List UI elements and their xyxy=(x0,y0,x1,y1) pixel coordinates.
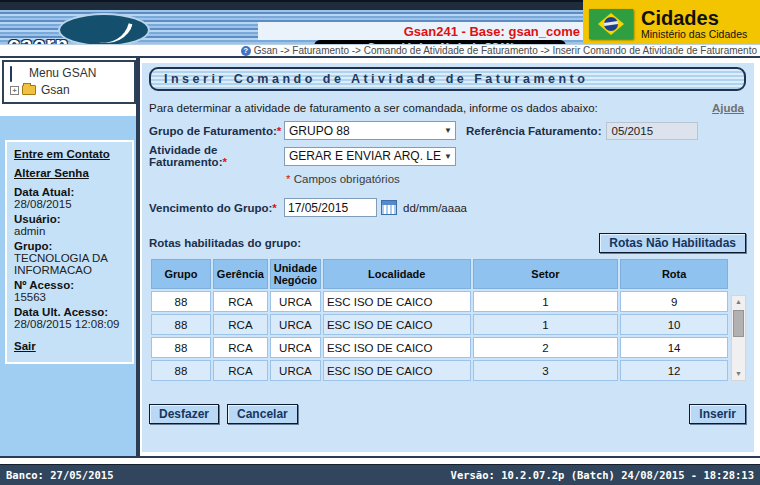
sidebar: Menu GSAN + Gsan Entre em Contato Altera… xyxy=(0,58,138,456)
atividade-faturamento-select[interactable]: GERAR E ENVIAR ARQ. LE ▼ xyxy=(284,147,456,166)
status-banco: Banco: 27/05/2015 xyxy=(6,469,113,481)
table-cell: 88 xyxy=(151,360,211,381)
status-bar: Banco: 27/05/2015 Versão: 10.2.07.2p (Ba… xyxy=(0,464,760,485)
table-cell: 1 xyxy=(473,314,619,335)
column-header: Localidade xyxy=(323,259,471,289)
scrollbar-thumb[interactable] xyxy=(733,310,744,337)
vencimento-grupo-label: Vencimento do Grupo:* xyxy=(149,202,284,214)
menu-gsan-header[interactable]: Menu GSAN xyxy=(10,66,130,80)
help-icon[interactable]: ? xyxy=(241,46,251,56)
grupo-faturamento-label: Grupo de Faturamento:* xyxy=(149,125,284,137)
info-value: 28/08/2015 xyxy=(14,198,132,210)
table-cell: URCA xyxy=(270,291,321,312)
info-value: 15563 xyxy=(14,291,132,303)
column-header: Unidade Negócio xyxy=(270,259,321,289)
status-versao: Versão: 10.2.07.2p (Batch) 24/08/2015 - … xyxy=(451,469,754,481)
table-cell: URCA xyxy=(270,360,321,381)
cidades-subtitle: Ministério das Cidades xyxy=(641,28,747,40)
scroll-up-icon[interactable]: ▲ xyxy=(735,296,742,308)
main-content: Inserir Comando de Atividade de Faturame… xyxy=(138,58,760,456)
table-cell: 10 xyxy=(620,314,728,335)
folder-icon xyxy=(22,85,36,95)
session-info-box: Entre em Contato Alterar Senha Data Atua… xyxy=(5,140,134,364)
calendar-icon[interactable] xyxy=(381,200,397,215)
table-cell: 88 xyxy=(151,337,211,358)
table-cell: RCA xyxy=(213,314,268,335)
inserir-button[interactable]: Inserir xyxy=(689,404,746,424)
column-header: Gerência xyxy=(213,259,268,289)
referencia-faturamento-label: Referência Faturamento: xyxy=(466,125,601,137)
cidades-logo: Cidades Ministério das Cidades xyxy=(583,0,760,48)
rotas-table-body: 88RCAURCAESC ISO DE CAICO1988RCAURCAESC … xyxy=(151,291,728,381)
computer-icon xyxy=(10,67,23,79)
table-cell: RCA xyxy=(213,291,268,312)
info-label: Grupo: xyxy=(14,240,132,252)
cidades-title: Cidades xyxy=(641,8,747,28)
desfazer-button[interactable]: Desfazer xyxy=(149,404,219,424)
vencimento-grupo-input[interactable] xyxy=(284,198,377,217)
table-row: 88RCAURCAESC ISO DE CAICO312 xyxy=(151,360,728,381)
table-cell: 88 xyxy=(151,291,211,312)
table-row: 88RCAURCAESC ISO DE CAICO19 xyxy=(151,291,728,312)
table-cell: 2 xyxy=(473,337,619,358)
brazil-flag-icon xyxy=(589,9,633,39)
info-label: Nº Acesso: xyxy=(14,279,132,291)
atividade-faturamento-label: Atividade de Faturamento:* xyxy=(149,144,284,168)
required-asterisk: * xyxy=(272,202,276,214)
table-cell: ESC ISO DE CAICO xyxy=(323,337,471,358)
table-cell: 88 xyxy=(151,314,211,335)
info-value: 28/08/2015 12:08:09 xyxy=(14,318,132,330)
logout-link[interactable]: Sair xyxy=(14,340,132,352)
table-header-row: GrupoGerênciaUnidade NegócioLocalidadeSe… xyxy=(151,259,728,289)
tree-expander-icon[interactable]: + xyxy=(10,86,19,95)
table-cell: 3 xyxy=(473,360,619,381)
required-asterisk: * xyxy=(286,173,290,185)
gsan-window: caern Gsan241 - Base: gsan_come Comunida… xyxy=(0,0,760,485)
cancelar-button[interactable]: Cancelar xyxy=(227,404,298,424)
table-cell: RCA xyxy=(213,337,268,358)
base-info-strip: Gsan241 - Base: gsan_come xyxy=(258,22,584,40)
info-value: TECNOLOGIA DA INFORMACAO xyxy=(14,252,132,276)
scroll-down-icon[interactable]: ▼ xyxy=(735,368,742,380)
page-title: Inserir Comando de Atividade de Faturame… xyxy=(149,67,746,91)
breadcrumb: ? Gsan -> Faturamento -> Comando de Ativ… xyxy=(0,44,760,58)
column-header: Rota xyxy=(620,259,728,289)
table-cell: ESC ISO DE CAICO xyxy=(323,314,471,335)
info-value: admin xyxy=(14,225,132,237)
instruction-text: Para determinar a atividade de faturamen… xyxy=(149,102,598,114)
required-asterisk: * xyxy=(222,156,226,168)
footer-gap xyxy=(0,456,760,464)
form-panel: Inserir Comando de Atividade de Faturame… xyxy=(142,63,754,452)
ajuda-link[interactable]: Ajuda xyxy=(712,102,744,114)
table-row: 88RCAURCAESC ISO DE CAICO110 xyxy=(151,314,728,335)
caern-logo-icon xyxy=(58,13,150,47)
table-cell: URCA xyxy=(270,337,321,358)
required-asterisk: * xyxy=(277,125,281,137)
table-cell: ESC ISO DE CAICO xyxy=(323,360,471,381)
column-header: Setor xyxy=(473,259,619,289)
change-password-link[interactable]: Alterar Senha xyxy=(14,167,132,179)
table-row: 88RCAURCAESC ISO DE CAICO214 xyxy=(151,337,728,358)
required-fields-note: * Campos obrigatórios xyxy=(286,173,746,185)
contact-link[interactable]: Entre em Contato xyxy=(14,148,132,160)
table-cell: 14 xyxy=(620,337,728,358)
table-scrollbar[interactable]: ▲ ▼ xyxy=(731,295,746,381)
sidebar-tree-item-gsan[interactable]: + Gsan xyxy=(10,83,130,97)
rotas-habilitadas-label: Rotas habilitadas do grupo: xyxy=(149,237,301,249)
info-label: Usuário: xyxy=(14,213,132,225)
grupo-faturamento-select[interactable]: GRUPO 88 ▼ xyxy=(284,121,456,140)
table-cell: URCA xyxy=(270,314,321,335)
info-label: Data Ult. Acesso: xyxy=(14,306,132,318)
menu-gsan-box: Menu GSAN + Gsan xyxy=(2,60,136,104)
base-info-text: Gsan241 - Base: gsan_come xyxy=(404,24,580,39)
chevron-down-icon: ▼ xyxy=(444,152,452,161)
rotas-nao-habilitadas-button[interactable]: Rotas Não Habilitadas xyxy=(599,233,746,253)
table-cell: RCA xyxy=(213,360,268,381)
logo-swoosh xyxy=(97,17,132,47)
chevron-down-icon: ▼ xyxy=(444,126,452,135)
table-cell: 9 xyxy=(620,291,728,312)
info-label: Data Atual: xyxy=(14,186,132,198)
table-cell: ESC ISO DE CAICO xyxy=(323,291,471,312)
table-cell: 12 xyxy=(620,360,728,381)
column-header: Grupo xyxy=(151,259,211,289)
